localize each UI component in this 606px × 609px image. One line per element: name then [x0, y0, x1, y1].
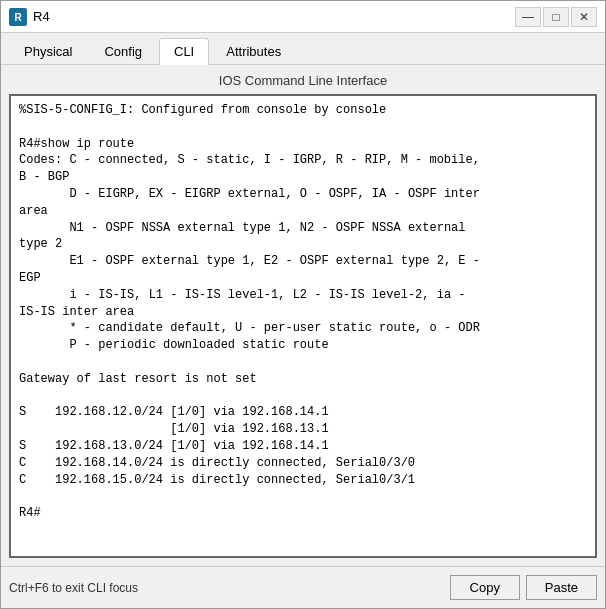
cli-terminal[interactable]: %SIS-5-CONFIG_I: Configured from console… — [11, 96, 595, 556]
paste-button[interactable]: Paste — [526, 575, 597, 600]
window-title: R4 — [33, 9, 515, 24]
main-window: R R4 — □ ✕ Physical Config CLI Attribute… — [0, 0, 606, 609]
bottom-bar: Ctrl+F6 to exit CLI focus Copy Paste — [1, 566, 605, 608]
tab-bar: Physical Config CLI Attributes — [1, 33, 605, 65]
bottom-buttons: Copy Paste — [450, 575, 597, 600]
tab-cli[interactable]: CLI — [159, 38, 209, 65]
cli-hint: Ctrl+F6 to exit CLI focus — [9, 581, 450, 595]
tab-attributes[interactable]: Attributes — [211, 38, 296, 65]
title-bar: R R4 — □ ✕ — [1, 1, 605, 33]
maximize-button[interactable]: □ — [543, 7, 569, 27]
minimize-button[interactable]: — — [515, 7, 541, 27]
R4-icon: R — [9, 8, 27, 26]
tab-physical[interactable]: Physical — [9, 38, 87, 65]
window-controls: — □ ✕ — [515, 7, 597, 27]
svg-text:R: R — [14, 12, 22, 23]
tab-config[interactable]: Config — [89, 38, 157, 65]
content-area: IOS Command Line Interface %SIS-5-CONFIG… — [1, 65, 605, 566]
cli-container: %SIS-5-CONFIG_I: Configured from console… — [9, 94, 597, 558]
section-title: IOS Command Line Interface — [9, 73, 597, 88]
close-button[interactable]: ✕ — [571, 7, 597, 27]
copy-button[interactable]: Copy — [450, 575, 520, 600]
